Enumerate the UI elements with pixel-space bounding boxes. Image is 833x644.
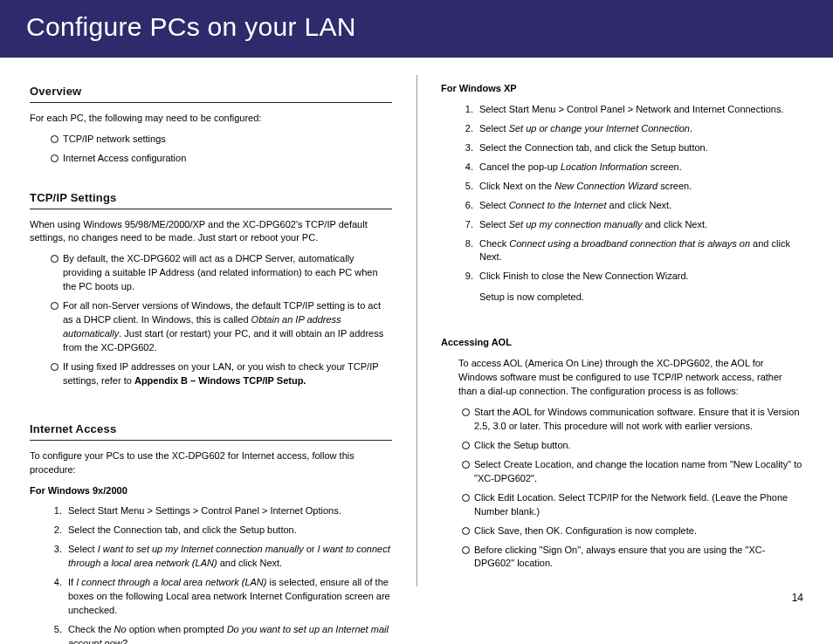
list-item: Select I want to set up my Internet conn… <box>65 543 392 571</box>
list-item: Select the Connection tab, and click the… <box>65 524 392 538</box>
list-item: Click Edit Location. Select TCP/IP for t… <box>462 491 803 519</box>
overview-intro: For each PC, the following may need to b… <box>30 112 392 126</box>
italic-text: Set up my connection manually <box>509 219 643 230</box>
italic-text: New Connection Wizard <box>554 181 657 191</box>
text: Check <box>479 238 509 249</box>
italic-text: I want to set up my Internet connection … <box>98 544 304 554</box>
aol-intro: To access AOL (America On Line) through … <box>458 357 803 399</box>
win9x-steps: Select Start Menu > Settings > Control P… <box>65 504 392 644</box>
text: . <box>127 638 130 644</box>
internet-intro: To configure your PCs to use the XC-DPG6… <box>30 449 392 477</box>
italic-text: No <box>114 624 127 634</box>
list-item: Click Save, then OK. Configuration is no… <box>462 524 803 538</box>
list-item: Select Connect to the Internet and click… <box>476 199 803 213</box>
text: Click Next on the <box>479 181 554 191</box>
text: Select <box>479 219 509 230</box>
list-item: Click the Setup button. <box>462 439 803 453</box>
column-divider <box>416 75 417 586</box>
list-item: If using fixed IP addresses on your LAN,… <box>51 360 392 388</box>
right-column: For Windows XP Select Start Menu > Contr… <box>441 79 803 644</box>
page-body: Overview For each PC, the following may … <box>0 58 833 613</box>
italic-text: Connect using a broadband connection tha… <box>509 238 750 249</box>
winxp-closing: Setup is now completed. <box>476 291 803 305</box>
subhead-aol: Accessing AOL <box>441 336 803 350</box>
list-item: TCP/IP network settings <box>51 133 392 147</box>
italic-text: Location Information <box>561 161 648 172</box>
subhead-winxp: For Windows XP <box>441 82 803 96</box>
list-item: If I connect through a local area networ… <box>65 576 392 618</box>
text: Select <box>479 200 509 210</box>
list-item: Select Create Location, and change the l… <box>462 458 803 486</box>
list-item: By default, the XC-DPG602 will act as a … <box>51 252 392 294</box>
overview-bullets: TCP/IP network settings Internet Access … <box>51 133 392 166</box>
list-item: Cancel the pop-up Location Information s… <box>476 161 803 175</box>
italic-text: I connect through a local area network (… <box>76 577 266 587</box>
aol-bullets: Start the AOL for Windows communication … <box>462 406 803 571</box>
italic-text: Connect to the Internet <box>509 200 607 210</box>
list-item: Select Set up or change your Internet Co… <box>476 122 803 136</box>
text: and click Next. <box>643 219 708 230</box>
text: and click Next. <box>217 558 283 568</box>
bold-text: Appendix B – Windows TCP/IP Setup. <box>134 375 306 386</box>
text: Cancel the pop-up <box>479 161 561 172</box>
tcpip-intro: When using Windows 95/98/ME/2000/XP and … <box>30 218 392 246</box>
winxp-steps: Select Start Menu > Control Panel > Netw… <box>476 103 803 284</box>
heading-internet-access: Internet Access <box>30 421 392 441</box>
list-item: Before clicking "Sign On", always ensure… <box>462 544 803 572</box>
list-item: Check Connect using a broadband connecti… <box>476 237 803 265</box>
list-item: For all non-Server versions of Windows, … <box>51 299 392 355</box>
text: and click Next. <box>607 200 672 210</box>
left-column: Overview For each PC, the following may … <box>30 79 392 644</box>
list-item: Select Set up my connection manually and… <box>476 218 803 232</box>
list-item: Select the Connection tab, and click the… <box>476 141 803 155</box>
text: Select <box>68 544 98 554</box>
page-title-banner: Configure PCs on your LAN <box>0 0 833 58</box>
text: Check the <box>68 624 114 634</box>
list-item: Click Next on the New Connection Wizard … <box>476 180 803 194</box>
subhead-win9x: For Windows 9x/2000 <box>30 484 392 498</box>
list-item: Select Start Menu > Control Panel > Netw… <box>476 103 803 117</box>
list-item: Click Finish to close the New Connection… <box>476 270 803 284</box>
heading-tcpip: TCP/IP Settings <box>30 190 392 209</box>
list-item: Start the AOL for Windows communication … <box>462 406 803 434</box>
list-item: Select Start Menu > Settings > Control P… <box>65 504 392 518</box>
text: If <box>68 577 76 587</box>
text: or <box>304 544 318 554</box>
text: screen. <box>648 161 682 172</box>
tcpip-bullets: By default, the XC-DPG602 will act as a … <box>51 252 392 387</box>
text: option when prompted <box>127 624 227 634</box>
list-item: Internet Access configuration <box>51 152 392 166</box>
text: . <box>690 123 692 134</box>
italic-text: Set up or change your Internet Connectio… <box>509 123 690 134</box>
page-number: 14 <box>792 591 803 606</box>
text: screen. <box>657 181 692 191</box>
heading-overview: Overview <box>30 84 392 103</box>
list-item: Check the No option when prompted Do you… <box>65 623 392 644</box>
text: Select <box>479 123 509 134</box>
